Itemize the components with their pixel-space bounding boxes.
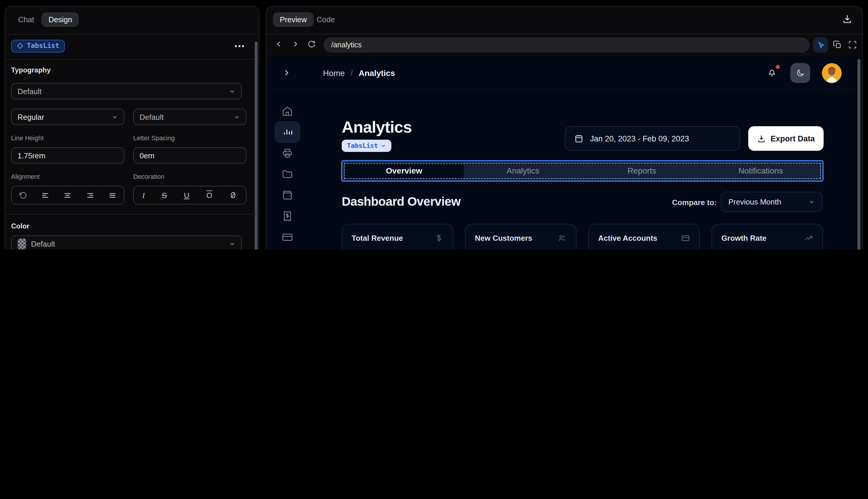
wallet-icon <box>282 189 293 201</box>
component-chip[interactable]: TabsList <box>11 40 65 52</box>
chevron-down-icon <box>229 88 235 94</box>
tab-design[interactable]: Design <box>41 12 79 27</box>
sidebar-item-wallet[interactable] <box>282 189 293 201</box>
users-icon <box>558 234 567 243</box>
chevron-down-icon <box>229 241 235 247</box>
app-header: Home / Analytics <box>267 56 861 90</box>
more-menu-button[interactable] <box>234 42 245 50</box>
font-family-select[interactable]: Default <box>11 83 242 99</box>
fullscreen-button[interactable] <box>848 40 857 49</box>
sidebar-toggle-button[interactable] <box>282 68 291 77</box>
tab-analytics[interactable]: Analytics <box>463 162 582 179</box>
stat-card-growth-rate: Growth Rate 18.6% +5.4% from last month … <box>711 224 823 250</box>
decoration-label: Decoration <box>133 173 164 180</box>
decoration-group: I S U O <box>133 186 247 205</box>
nav-back-button[interactable] <box>274 40 283 49</box>
sidebar-item-cards[interactable] <box>282 231 293 243</box>
compare-select[interactable]: Previous Month <box>721 192 822 212</box>
copy-button[interactable] <box>833 40 842 49</box>
tab-notifications[interactable]: Notifications <box>701 162 820 179</box>
design-sidebar: Chat Design TabsList Typography Default … <box>5 6 259 250</box>
tab-code[interactable]: Code <box>310 12 342 27</box>
credit-card-icon <box>681 234 690 243</box>
sidebar-item-projects[interactable] <box>282 168 293 180</box>
trending-up-icon <box>804 234 813 243</box>
chevron-down-icon <box>112 114 118 120</box>
letter-spacing-input[interactable]: 0em <box>133 147 247 163</box>
nav-forward-button[interactable] <box>291 40 300 49</box>
dollar-icon <box>435 234 443 243</box>
avatar-image <box>822 63 842 83</box>
tab-overview[interactable]: Overview <box>345 162 463 179</box>
sidebar-item-analytics[interactable] <box>282 126 293 138</box>
letter-spacing-label: Letter Spacing <box>133 134 175 142</box>
color-select[interactable]: Default <box>11 235 242 250</box>
align-left-button[interactable] <box>41 191 50 199</box>
selected-component-pill[interactable]: TabsList <box>342 139 392 152</box>
cursor-sparkle-icon <box>816 40 825 49</box>
bar-chart-icon <box>282 126 293 138</box>
line-height-input[interactable]: 1.75rem <box>11 147 124 163</box>
overline-button[interactable]: O <box>206 191 212 199</box>
stat-card-new-customers: New Customers 2,350 +180.1% from last mo… <box>465 224 576 250</box>
design-mode-cursor-button[interactable] <box>813 37 828 52</box>
tab-chat[interactable]: Chat <box>11 12 41 27</box>
diamond-icon <box>17 43 23 49</box>
section-title: Dashboard Overview <box>342 195 461 209</box>
chevron-down-icon <box>808 199 815 205</box>
refresh-button[interactable] <box>307 40 316 49</box>
download-icon <box>757 134 766 143</box>
tab-reports[interactable]: Reports <box>582 162 701 179</box>
download-icon <box>842 14 852 24</box>
align-center-button[interactable] <box>63 191 72 199</box>
bell-icon <box>767 68 777 78</box>
typography-section-label: Typography <box>11 66 51 74</box>
underline-button[interactable]: U <box>184 191 189 199</box>
font-weight-select[interactable]: Regular <box>11 109 124 125</box>
italic-button[interactable]: I <box>142 191 145 199</box>
receipt-icon <box>282 210 293 222</box>
no-decoration-icon[interactable] <box>229 191 237 199</box>
user-avatar[interactable] <box>822 63 842 83</box>
credit-card-icon <box>282 231 293 243</box>
font-size-select[interactable]: Default <box>133 109 247 125</box>
date-range-picker[interactable]: Jan 20, 2023 - Feb 09, 2023 <box>565 126 740 151</box>
breadcrumb-home[interactable]: Home <box>323 68 345 78</box>
breadcrumb-current: Analytics <box>359 68 395 78</box>
selected-component-row: TabsList <box>5 34 259 59</box>
export-data-button[interactable]: Export Data <box>748 126 823 151</box>
moon-icon <box>796 68 805 78</box>
preview-panel: Preview Code /analytics Home / Analytics <box>266 6 863 250</box>
preview-scrollbar[interactable] <box>857 59 860 250</box>
download-button[interactable] <box>842 14 852 24</box>
stat-card-total-revenue: Total Revenue $45,231.89 +20.1% from las… <box>342 224 453 250</box>
sidebar-scrollbar[interactable] <box>255 41 258 250</box>
design-sidebar-header: Chat Design <box>5 7 259 34</box>
tab-preview[interactable]: Preview <box>273 12 314 27</box>
screen: Chat Design TabsList Typography Default … <box>0 0 868 250</box>
alignment-group <box>11 186 124 205</box>
sidebar-item-invoices[interactable] <box>282 210 293 222</box>
compare-label: Compare to: <box>641 198 717 207</box>
page-title: Analytics <box>342 118 412 137</box>
app-viewport: Home / Analytics <box>267 56 861 250</box>
tabs-list: Overview Analytics Reports Notifications <box>341 160 823 182</box>
breadcrumb-separator: / <box>350 68 353 78</box>
reset-alignment-button[interactable] <box>18 191 27 199</box>
notification-dot <box>776 65 780 69</box>
sidebar-item-reports[interactable] <box>282 147 293 159</box>
sidebar-item-home[interactable] <box>282 105 293 117</box>
color-section-label: Color <box>11 222 29 230</box>
url-input[interactable]: /analytics <box>324 37 809 52</box>
alignment-label: Alignment <box>11 173 40 180</box>
ellipsis-icon <box>235 45 244 47</box>
align-justify-button[interactable] <box>108 191 117 199</box>
printer-icon <box>282 147 293 159</box>
notifications-bell-button[interactable] <box>767 68 777 78</box>
transparency-swatch-icon <box>17 238 26 249</box>
strikethrough-button[interactable]: S <box>162 191 167 199</box>
align-right-button[interactable] <box>86 191 95 199</box>
folder-icon <box>282 168 293 180</box>
chevron-down-icon <box>381 143 386 148</box>
theme-toggle-button[interactable] <box>790 63 810 83</box>
